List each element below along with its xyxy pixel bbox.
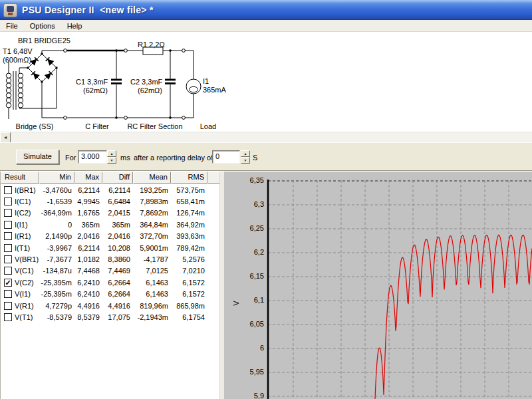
result-value: 6,1463 bbox=[133, 279, 171, 287]
result-value: 17,075 bbox=[102, 313, 133, 321]
result-value: -2,1943m bbox=[133, 313, 171, 321]
result-value: 8,5379 bbox=[74, 313, 102, 321]
y-tick-label: 6,1 bbox=[241, 296, 264, 304]
result-value: -134,87u bbox=[39, 267, 74, 275]
spin-down-icon[interactable]: ▼ bbox=[107, 157, 116, 164]
result-value: 0 bbox=[39, 221, 74, 229]
result-name: I(T1) bbox=[15, 244, 30, 252]
duration-stepper[interactable]: ▲ ▼ bbox=[107, 150, 116, 164]
y-tick-label: 6,3 bbox=[241, 200, 264, 208]
result-value: 4,7279p bbox=[39, 302, 74, 310]
column-header-stub bbox=[207, 172, 220, 184]
delay-label: after a reporting delay of bbox=[134, 154, 213, 162]
delay-input[interactable]: 0 bbox=[212, 150, 240, 164]
spin-up-icon[interactable]: ▲ bbox=[241, 150, 250, 157]
result-value: -7,3677 bbox=[39, 255, 74, 263]
column-header-result[interactable]: Result bbox=[1, 172, 39, 184]
result-name: I(BR1) bbox=[15, 186, 36, 194]
result-value: 2,0416 bbox=[74, 232, 102, 240]
result-checkbox[interactable] bbox=[4, 221, 12, 229]
table-row: I(I1)0365m365m364,84m364,92m bbox=[1, 219, 220, 230]
table-vscrollbar[interactable] bbox=[219, 172, 224, 399]
results-table: Result Min Max Diff Mean RMS I(BR1)-3,47… bbox=[0, 172, 219, 399]
cap2-resistance-label: (62mΩ) bbox=[133, 86, 162, 94]
load-current-label: 365mA bbox=[203, 86, 226, 94]
result-value: -364,99m bbox=[39, 209, 74, 217]
y-axis-label: V bbox=[232, 301, 240, 305]
result-checkbox[interactable] bbox=[4, 244, 12, 252]
result-value: 6,1463 bbox=[133, 290, 171, 298]
result-value: -25,395m bbox=[39, 279, 74, 287]
result-value: 6,1572 bbox=[171, 290, 207, 298]
result-value: 6,2410 bbox=[74, 290, 102, 298]
result-checkbox[interactable] bbox=[4, 255, 12, 263]
result-checkbox[interactable] bbox=[4, 290, 12, 298]
column-header-diff[interactable]: Diff bbox=[102, 172, 133, 184]
waveform-graph: V 6,356,36,256,26,156,16,0565,955,9 bbox=[224, 172, 532, 399]
table-row: I(R1)2,1490p2,04162,0416372,70m393,63m bbox=[1, 231, 220, 242]
column-header-min[interactable]: Min bbox=[39, 172, 74, 184]
table-row: I(T1)-3,99676,211410,2085,9001m789,42m bbox=[1, 242, 220, 253]
result-value: -1,6539 bbox=[39, 198, 74, 205]
column-header-max[interactable]: Max bbox=[74, 172, 102, 184]
result-value: 7,8983m bbox=[133, 198, 171, 205]
menu-file[interactable]: File bbox=[0, 21, 24, 31]
result-value: 7,0125 bbox=[133, 267, 171, 275]
titlebar: PSU Designer II <new file> * bbox=[0, 0, 532, 20]
result-value: 4,9945 bbox=[74, 198, 102, 205]
spin-up-icon[interactable]: ▲ bbox=[107, 150, 116, 157]
result-value: 6,1572 bbox=[171, 279, 207, 287]
duration-input[interactable]: 3.000 bbox=[78, 150, 107, 164]
result-value: -8,5379 bbox=[39, 313, 74, 321]
schematic-canvas[interactable]: BR1 BRIDGE25 T1 6,48V (600mΩ) R1 2,2Ω C1… bbox=[0, 32, 532, 132]
column-header-mean[interactable]: Mean bbox=[133, 172, 171, 184]
result-value: 126,74m bbox=[171, 209, 207, 217]
menu-help[interactable]: Help bbox=[61, 21, 88, 31]
result-name: V(BR1) bbox=[15, 255, 39, 263]
result-value: -25,395m bbox=[39, 290, 74, 298]
result-checkbox[interactable] bbox=[4, 186, 12, 194]
result-value: 2,1490p bbox=[39, 232, 74, 240]
result-value: 6,2114 bbox=[74, 244, 102, 252]
spin-down-icon[interactable]: ▼ bbox=[241, 157, 250, 164]
result-checkbox[interactable] bbox=[4, 198, 12, 205]
schematic-hscrollbar[interactable]: ◄ bbox=[0, 132, 532, 142]
result-value: 6,6484 bbox=[102, 198, 133, 205]
result-value: -3,9967 bbox=[39, 244, 74, 252]
result-value: 6,2664 bbox=[102, 290, 133, 298]
cap1-resistance-label: (62mΩ) bbox=[78, 86, 108, 94]
result-value: 573,75m bbox=[171, 186, 207, 194]
delay-stepper[interactable]: ▲ ▼ bbox=[241, 150, 250, 164]
table-row: I(C2)-364,99m1,67652,04157,8692m126,74m bbox=[1, 207, 220, 219]
app-window: PSU Designer II <new file> * File Option… bbox=[0, 0, 532, 399]
result-checkbox[interactable] bbox=[4, 302, 12, 310]
section-label-cfilter: C Filter bbox=[67, 122, 127, 130]
result-value: 5,2576 bbox=[171, 255, 207, 263]
delay-unit-label: S bbox=[253, 154, 257, 162]
load-label: I1 bbox=[203, 77, 209, 85]
table-row: V(C1)-134,87u7,44687,44697,01257,0210 bbox=[1, 265, 220, 277]
table-row: ✓V(C2)-25,395m6,24106,26646,14636,1572 bbox=[1, 277, 220, 288]
result-checkbox[interactable] bbox=[4, 209, 12, 217]
simulate-button[interactable]: Simulate bbox=[16, 150, 59, 164]
result-name: I(C2) bbox=[15, 209, 31, 217]
result-value: 6,2114 bbox=[74, 186, 102, 194]
result-value: 658,41m bbox=[171, 198, 207, 205]
result-value: 372,70m bbox=[133, 232, 171, 240]
result-value: 865,98m bbox=[171, 302, 207, 310]
column-header-rms[interactable]: RMS bbox=[171, 172, 207, 184]
result-checkbox[interactable]: ✓ bbox=[4, 279, 12, 287]
result-checkbox[interactable] bbox=[4, 232, 12, 240]
scroll-left-button[interactable]: ◄ bbox=[0, 132, 11, 143]
result-value: 2,0415 bbox=[102, 209, 133, 217]
result-value: 789,42m bbox=[171, 244, 207, 252]
section-label-bridge: Bridge (SS) bbox=[5, 122, 65, 130]
result-name: I(R1) bbox=[15, 232, 31, 240]
resistor-label: R1 2,2Ω bbox=[138, 41, 165, 49]
result-checkbox[interactable] bbox=[4, 267, 12, 275]
result-name: I(I1) bbox=[15, 221, 28, 229]
result-value: 365m bbox=[102, 221, 133, 229]
result-checkbox[interactable] bbox=[4, 313, 12, 321]
menu-options[interactable]: Options bbox=[24, 21, 61, 31]
transformer-symbol bbox=[6, 62, 23, 119]
